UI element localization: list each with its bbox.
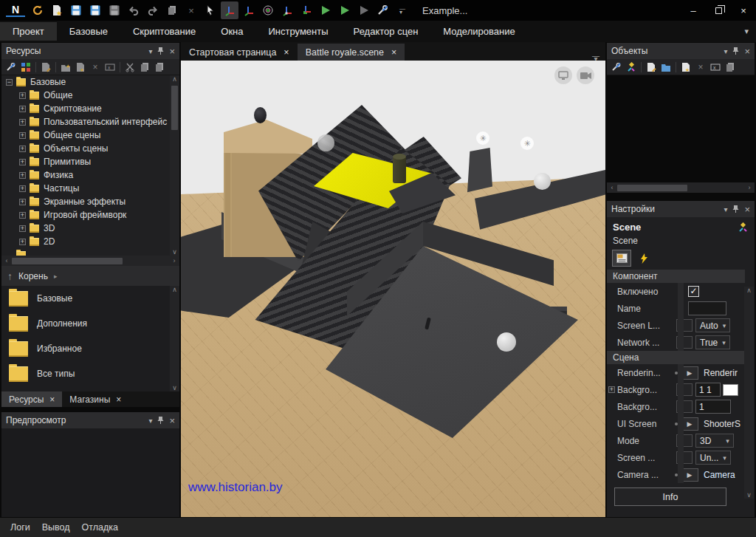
light-gizmo-icon[interactable]: ✳ [476, 131, 489, 145]
tab-output[interactable]: Вывод [38, 521, 75, 534]
close-icon[interactable]: × [744, 204, 750, 215]
transform-colored-icon[interactable] [738, 222, 749, 233]
transform-tool-icon[interactable] [298, 1, 315, 19]
list-item[interactable]: Базовые [1, 286, 179, 311]
close-button[interactable]: × [731, 0, 756, 21]
resources-tree-horizontal-scrollbar[interactable]: ‹› [1, 256, 179, 266]
tab-resources[interactable]: Ресурсы× [1, 391, 62, 407]
menu-project[interactable]: Проект [0, 22, 57, 41]
settings-tools-icon[interactable] [610, 61, 623, 74]
tab-start-page[interactable]: Стартовая страница× [181, 44, 298, 61]
collapse-icon[interactable]: − [6, 79, 13, 86]
name-input[interactable] [688, 301, 726, 315]
menu-windows[interactable]: Окна [208, 22, 255, 41]
chevron-down-icon[interactable]: ▾ [724, 205, 727, 213]
list-item[interactable]: Избранное [1, 336, 179, 361]
menu-modeling[interactable]: Моделирование [430, 22, 527, 41]
category-colors-icon[interactable] [19, 61, 32, 74]
expand-icon[interactable]: + [19, 92, 26, 99]
up-arrow-icon[interactable]: ↑ [7, 270, 13, 282]
close-icon[interactable]: × [284, 47, 289, 58]
new-doc-star-icon[interactable]: ★ [48, 1, 66, 19]
tree-item[interactable]: +3D [1, 222, 179, 235]
tree-item[interactable]: +Физика [1, 168, 179, 182]
expand-icon[interactable]: + [19, 239, 26, 245]
tree-item[interactable]: +Общее сцены [1, 129, 179, 142]
scene-viewport[interactable]: ✳ ✳ www.historian.by [181, 61, 605, 517]
close-icon[interactable]: × [49, 394, 55, 405]
pin-icon[interactable] [157, 47, 164, 55]
close-icon[interactable]: × [169, 415, 175, 426]
enabled-checkbox[interactable]: ✓ [688, 286, 699, 297]
display-mode-button[interactable] [554, 66, 572, 84]
tab-stores[interactable]: Магазины× [62, 391, 128, 407]
play2-icon[interactable] [336, 1, 354, 19]
menu-overflow-chevron-icon[interactable]: ▾ [744, 27, 749, 36]
close-icon[interactable]: × [116, 394, 121, 405]
resources-tree-vertical-scrollbar[interactable]: ∧∨ [170, 75, 179, 256]
menu-tools[interactable]: Инструменты [256, 22, 341, 41]
move-tool-icon[interactable] [221, 1, 238, 19]
network-dropdown[interactable]: True▾ [695, 335, 730, 349]
close-icon[interactable]: × [744, 46, 750, 57]
menu-scripting[interactable]: Скриптование [120, 22, 208, 41]
chevron-down-icon[interactable]: ▾ [148, 47, 152, 55]
light-gizmo-icon[interactable]: ✳ [520, 137, 534, 150]
new-object-icon[interactable]: ★ [679, 61, 693, 74]
expand-icon[interactable]: + [19, 146, 26, 152]
objects-tree-horizontal-scrollbar[interactable]: ‹› [607, 182, 755, 193]
tab-debug[interactable]: Отладка [78, 521, 123, 534]
info-button[interactable]: Info [614, 488, 726, 506]
list-item[interactable]: Все типы [1, 361, 179, 386]
tools-icon[interactable] [374, 1, 392, 19]
breadcrumb-root[interactable]: Корень [18, 271, 48, 281]
tree-item[interactable]: +Пользовательский интерфейс [1, 115, 179, 129]
tree-item[interactable]: +2D [1, 235, 179, 248]
screen-dropdown[interactable]: Un...▾ [695, 451, 731, 465]
tree-item[interactable]: +Объекты сцены [1, 142, 179, 155]
chevron-down-icon[interactable]: ▾ [148, 417, 152, 425]
close-icon[interactable]: × [169, 46, 175, 57]
expand-icon[interactable]: + [19, 172, 26, 179]
events-tab-icon[interactable] [635, 250, 653, 266]
expand-icon[interactable]: + [608, 386, 615, 393]
expand-icon[interactable]: + [19, 119, 26, 126]
properties-tab-icon[interactable] [613, 250, 630, 266]
expand-icon[interactable]: + [19, 132, 26, 139]
transform-colored-icon[interactable] [625, 61, 638, 74]
tab-battle-royale-scene[interactable]: Battle royale.scene× [298, 44, 405, 61]
expand-icon[interactable]: + [19, 212, 26, 219]
chevron-down-icon[interactable]: ▾ [724, 47, 727, 55]
blue-folder-icon[interactable] [659, 61, 673, 74]
restore-button[interactable] [706, 0, 731, 21]
expand-icon[interactable]: + [19, 159, 26, 165]
edit-doc-icon[interactable] [645, 61, 658, 74]
tree-item[interactable]: +Экранные эффекты [1, 195, 179, 208]
close-icon[interactable]: × [391, 47, 396, 58]
tree-item[interactable]: +Скриптование [1, 102, 179, 115]
save-icon[interactable] [67, 1, 85, 19]
pin-icon[interactable] [157, 416, 164, 425]
rotate-tool-icon[interactable] [259, 1, 277, 19]
menu-basic[interactable]: Базовые [57, 22, 120, 41]
resources-list-vertical-scrollbar[interactable]: ∧∨ [170, 286, 179, 391]
expand-icon[interactable]: + [19, 199, 26, 205]
color-swatch[interactable] [723, 384, 738, 396]
camera-view-button[interactable] [577, 66, 594, 84]
select-cursor-icon[interactable] [202, 1, 219, 19]
tree-item[interactable]: +Примитивы [1, 155, 179, 168]
background-value-input[interactable] [695, 400, 731, 414]
menu-scene-editor[interactable]: Редактор сцен [341, 22, 431, 41]
pin-icon[interactable] [732, 47, 739, 55]
scale-tool-icon[interactable] [278, 1, 296, 19]
tab-logs[interactable]: Логи [6, 521, 35, 534]
screen-label-dropdown[interactable]: Auto▾ [695, 318, 730, 332]
position-tool-icon[interactable] [240, 1, 258, 19]
pin-icon[interactable] [732, 205, 739, 213]
overflow-icon[interactable]: —▾ [394, 1, 411, 19]
expand-icon[interactable]: + [19, 225, 26, 232]
tree-item[interactable]: +Частицы [1, 182, 179, 195]
expand-icon[interactable]: + [19, 106, 26, 112]
refresh-icon[interactable] [29, 1, 47, 19]
background-color-input[interactable] [695, 383, 721, 397]
